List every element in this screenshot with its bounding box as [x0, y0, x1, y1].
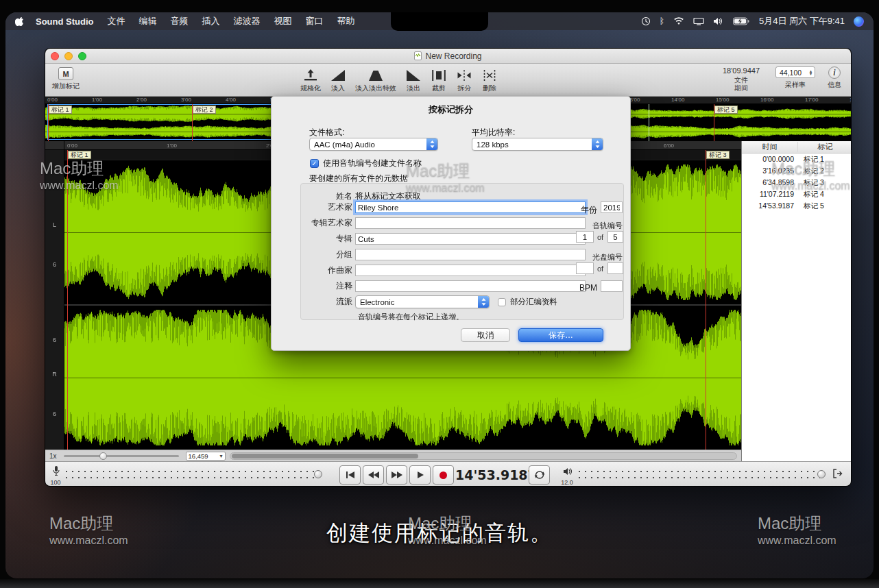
time-machine-icon[interactable]	[641, 16, 651, 26]
apple-menu-icon[interactable]	[15, 16, 25, 27]
sample-rate-value: 44,100	[780, 69, 802, 77]
play-button[interactable]	[409, 465, 431, 485]
display-mirroring-icon[interactable]	[693, 17, 704, 25]
marker-row[interactable]: 0'00.0000标记 1	[742, 154, 852, 165]
save-button[interactable]: 保存…	[518, 328, 603, 342]
menu-item[interactable]: 音频	[170, 15, 188, 27]
zoom-slider-knob[interactable]	[99, 452, 107, 460]
file-duration-value: 18'09.9447	[723, 66, 760, 76]
tool-fade-out-button[interactable]: 淡出	[405, 67, 422, 93]
comment-field[interactable]	[355, 280, 586, 292]
format-value: AAC (m4a) Audio	[314, 140, 375, 149]
input-gain-knob[interactable]	[314, 470, 322, 478]
marker-row[interactable]: 14'53.9187标记 5	[742, 200, 852, 212]
file-duration: 18'09.9447 文件 期间	[715, 66, 767, 93]
wifi-icon[interactable]	[673, 17, 684, 25]
year-field[interactable]	[601, 201, 623, 213]
output-meter-top[interactable]	[579, 471, 820, 472]
fast-forward-button[interactable]	[386, 465, 407, 485]
compilation-checkbox[interactable]	[498, 298, 506, 306]
format-dropdown[interactable]: AAC (m4a) Audio	[309, 138, 438, 151]
marker-rows: 0'00.0000标记 13'16.0235标记 26'34.8598标记 31…	[742, 154, 852, 212]
menu-item[interactable]: 视图	[274, 15, 291, 27]
record-button[interactable]	[433, 465, 454, 485]
zoom-button[interactable]	[78, 52, 86, 60]
marker-row[interactable]: 11'07.2119标记 4	[742, 188, 852, 200]
file-duration-label1: 文件	[734, 76, 748, 85]
bluetooth-icon[interactable]: ᛒ	[660, 16, 664, 26]
marker-list-header[interactable]: 时间 标记	[742, 141, 852, 154]
marker-tag[interactable]: 标记 5	[714, 106, 738, 114]
output-route-icon[interactable]	[832, 469, 843, 481]
loop-button[interactable]	[529, 465, 550, 485]
tool-crop-button[interactable]: 裁剪	[431, 67, 447, 93]
output-meter-bottom[interactable]	[579, 477, 820, 478]
tool-normalize-button[interactable]: 规格化	[300, 67, 321, 93]
grouping-field[interactable]	[355, 249, 586, 260]
artist-field[interactable]	[355, 201, 586, 213]
tool-split-button[interactable]: 拆分	[456, 67, 472, 93]
tool-delete-button[interactable]: 删除	[481, 67, 498, 93]
volume-icon[interactable]	[713, 17, 724, 25]
file-duration-label2: 期间	[734, 84, 748, 93]
window-titlebar[interactable]: New Recording	[45, 49, 851, 64]
marker-tag[interactable]: 标记 3	[706, 151, 730, 159]
dropdown-arrows-icon	[592, 138, 603, 150]
composer-field[interactable]	[355, 265, 586, 276]
marker-row[interactable]: 6'34.8598标记 3	[742, 177, 852, 188]
marker-tag[interactable]: 标记 1	[68, 151, 91, 159]
minimize-button[interactable]	[64, 52, 73, 60]
ruler-tick: 1'00	[167, 143, 177, 149]
genre-dropdown[interactable]: Electronic	[355, 295, 490, 308]
go-to-start-button[interactable]	[339, 465, 361, 485]
menu-app-name[interactable]: Sound Studio	[36, 16, 93, 27]
bitrate-dropdown[interactable]: 128 kbps	[472, 138, 603, 151]
info-button[interactable]: i	[828, 66, 841, 79]
horizontal-scrollbar[interactable]	[230, 452, 737, 460]
tool-fade-in-button[interactable]: 淡入	[330, 67, 346, 93]
zoom-value: 16,459	[189, 452, 208, 460]
column-time[interactable]: 时间	[742, 142, 798, 152]
zoom-slider[interactable]	[64, 455, 179, 457]
fade-out-icon	[405, 67, 422, 82]
menu-item[interactable]: 编辑	[139, 15, 156, 27]
rewind-button[interactable]	[363, 465, 384, 485]
close-button[interactable]	[51, 52, 59, 60]
menu-item[interactable]: 窗口	[305, 15, 323, 27]
marker-tag[interactable]: 标记 2	[193, 106, 216, 114]
menu-item[interactable]: 滤波器	[233, 15, 260, 27]
scrollbar-thumb[interactable]	[232, 454, 418, 458]
add-marker-button[interactable]: M 增加标记	[52, 67, 80, 91]
composer-label: 作曲家	[304, 265, 352, 276]
menu-item[interactable]: 文件	[107, 15, 125, 27]
sample-rate-stepper[interactable]: 44,100 ▲▼	[775, 66, 815, 78]
siri-icon[interactable]	[854, 16, 864, 27]
column-marker[interactable]: 标记	[798, 142, 852, 152]
marker-label: 标记 3	[798, 177, 824, 188]
album-artist-field[interactable]	[355, 217, 586, 229]
info-label: 信息	[828, 80, 841, 90]
comment-label: 注释	[304, 280, 352, 292]
marker-row[interactable]: 3'16.0235标记 2	[742, 165, 852, 177]
bpm-field[interactable]	[601, 280, 623, 292]
input-meter-bottom[interactable]	[66, 477, 318, 478]
speaker-icon	[563, 466, 574, 478]
marker-tag[interactable]: 标记 1	[49, 106, 72, 114]
cancel-button[interactable]: 取消	[461, 328, 510, 342]
zoom-value-dropdown[interactable]: 16,459 ▾	[186, 452, 226, 461]
tool-fade-fx-button[interactable]: 淡入淡出特效	[355, 67, 396, 93]
ruler-tick: 2'00	[136, 97, 147, 103]
album-field[interactable]	[355, 233, 586, 245]
input-meter-top[interactable]	[66, 471, 318, 472]
track-number-field[interactable]	[576, 231, 594, 243]
menu-clock[interactable]: 5月4日 周六 下午9:41	[759, 15, 845, 27]
battery-icon[interactable]	[733, 17, 750, 25]
marker-time: 14'53.9187	[742, 200, 798, 212]
output-volume-knob[interactable]	[817, 470, 826, 478]
use-track-number-checkbox[interactable]: ✓	[310, 159, 319, 168]
disc-total-field[interactable]	[607, 262, 623, 274]
menu-item[interactable]: 插入	[202, 15, 219, 27]
disc-number-field[interactable]	[576, 262, 594, 274]
menu-item[interactable]: 帮助	[337, 15, 354, 27]
track-total-field[interactable]	[607, 231, 623, 243]
